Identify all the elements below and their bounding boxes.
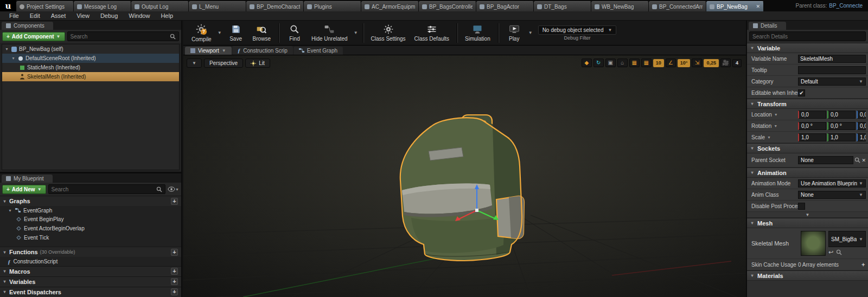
variable-section-header[interactable]: ▾Variable xyxy=(747,43,868,53)
caret-icon[interactable]: ▾ xyxy=(4,47,9,51)
macros-section-header[interactable]: ▾Macros+ xyxy=(0,266,181,276)
menu-view[interactable]: View xyxy=(72,12,94,20)
camera-speed-icon[interactable]: 🎥 xyxy=(720,59,731,67)
tab-viewport[interactable]: Viewport▼ xyxy=(185,47,232,55)
doc-tab-l-menu[interactable]: L_Menu xyxy=(189,1,246,11)
event-dispatchers-section-header[interactable]: ▾Event Dispatchers+ xyxy=(0,287,181,297)
transform-section-header[interactable]: ▾Transform xyxy=(747,99,868,109)
close-icon[interactable]: ✕ xyxy=(756,4,760,9)
browse-to-asset-button[interactable] xyxy=(836,249,842,255)
backpack-model[interactable] xyxy=(400,115,524,261)
visibility-filter-button[interactable]: ▼ xyxy=(168,186,179,192)
doc-tab-project-settings[interactable]: Project Settings xyxy=(16,1,74,11)
event-graph-row[interactable]: ▾ EventGraph xyxy=(0,206,181,215)
skeletal-mesh-asset-dropdown[interactable]: SM_BigBa▼ xyxy=(828,231,866,247)
rotation-snap-value[interactable]: 10° xyxy=(678,59,691,67)
camera-speed-value[interactable]: 4 xyxy=(732,59,742,67)
tab-construction-script[interactable]: ƒConstruction Scrip xyxy=(232,46,293,55)
materials-section-header[interactable]: ▾Materials xyxy=(747,270,868,281)
rotation-mode-icon[interactable]: ↻ xyxy=(593,59,604,67)
compile-options-dropdown[interactable]: ▼ xyxy=(216,30,223,35)
animation-mode-dropdown[interactable]: Use Animation Blueprint▼ xyxy=(798,179,866,188)
add-graph-button[interactable]: + xyxy=(171,198,178,205)
menu-edit[interactable]: Edit xyxy=(25,12,45,20)
doc-tab-wb-newbag[interactable]: WB_NewBag xyxy=(591,1,649,11)
disable-post-process-checkbox[interactable] xyxy=(798,203,805,210)
compile-button[interactable]: ? Compile xyxy=(188,22,215,44)
tree-row-bp-newbag-self[interactable]: ▾ BP_NewBag (self) xyxy=(2,44,179,54)
parent-class-link[interactable]: BP_Connecte xyxy=(829,3,863,9)
sockets-section-header[interactable]: ▾Sockets xyxy=(747,143,868,153)
rotation-x-input[interactable]: 0,0 ° xyxy=(798,122,826,130)
socket-search-button[interactable] xyxy=(854,157,860,163)
add-event-dispatcher-button[interactable]: + xyxy=(171,288,178,295)
use-selected-asset-button[interactable]: ↩ xyxy=(828,249,833,256)
menu-window[interactable]: Window xyxy=(124,12,155,20)
caret-icon[interactable]: ▾ xyxy=(8,208,12,213)
location-reset-dropdown[interactable]: ▾ xyxy=(774,112,778,117)
hide-unrelated-options-dropdown[interactable]: ▼ xyxy=(353,30,359,35)
class-defaults-button[interactable]: Class Defaults xyxy=(411,22,453,44)
category-dropdown[interactable]: Default▼ xyxy=(798,78,866,86)
variable-name-input[interactable] xyxy=(798,55,866,63)
parent-socket-value[interactable]: None xyxy=(798,156,853,164)
doc-tab-dt-bags[interactable]: DT_Bags xyxy=(534,1,591,11)
location-z-input[interactable]: 0,0 xyxy=(857,111,866,119)
event-actorbeginoverlap-row[interactable]: Event ActorBeginOverlap xyxy=(0,224,181,233)
construction-script-row[interactable]: ƒ ConstructionScript xyxy=(0,257,181,266)
location-y-input[interactable]: 0,0 xyxy=(827,111,856,119)
class-settings-button[interactable]: Class Settings xyxy=(367,22,410,44)
menu-debug[interactable]: Debug xyxy=(95,12,123,20)
hide-unrelated-button[interactable]: Hide Unrelated xyxy=(308,22,352,44)
scale-x-input[interactable]: 1,0 xyxy=(798,133,826,141)
lit-mode-button[interactable]: Lit xyxy=(245,59,270,68)
my-blueprint-search-input[interactable] xyxy=(52,186,155,192)
menu-asset[interactable]: Asset xyxy=(46,12,71,20)
simulation-button[interactable]: Simulation xyxy=(461,22,494,44)
debug-object-dropdown[interactable]: No debug object selected▼ xyxy=(538,25,617,35)
actor-pilot-icon[interactable]: ◆ xyxy=(582,59,592,67)
doc-tab-output-log[interactable]: Output Log xyxy=(131,1,189,11)
doc-tab-bp-democharacter[interactable]: BP_DemoCharacte xyxy=(246,1,304,11)
doc-tab-message-log[interactable]: Message Log xyxy=(74,1,131,11)
doc-tab-bp-bagactor[interactable]: BP_BagActor xyxy=(476,1,534,11)
viewport-options-button[interactable]: ▼ xyxy=(187,59,202,68)
add-component-button[interactable]: +Add Component▼ xyxy=(2,32,65,41)
animation-section-header[interactable]: ▾Animation xyxy=(747,167,868,178)
event-tick-row[interactable]: Event Tick xyxy=(0,233,181,242)
tree-row-defaultsceneroot[interactable]: ▾ DefaultSceneRoot (Inherited) xyxy=(2,54,179,63)
rotation-y-input[interactable]: 0,0 ° xyxy=(827,122,856,130)
tab-details[interactable]: Details xyxy=(749,22,786,30)
rotation-reset-dropdown[interactable]: ▾ xyxy=(773,124,778,128)
tab-event-graph[interactable]: Event Graph xyxy=(293,47,343,55)
viewport-3d[interactable]: ▼ Perspective Lit ◆ ↻ ▣ ⌂ ▦ ▦ 10 ∠ 10° ⇲… xyxy=(183,55,746,297)
doc-tab-ac-armorequipment[interactable]: AC_ArmorEquipm xyxy=(361,1,419,11)
functions-section-header[interactable]: ▾Functions(30 Overridable)+ xyxy=(0,247,181,257)
viewport-3d-canvas[interactable] xyxy=(183,55,746,297)
add-function-button[interactable]: + xyxy=(171,249,178,256)
scale-z-input[interactable]: 1,0 xyxy=(857,133,866,141)
rotation-z-input[interactable]: 0,0 ° xyxy=(857,122,866,130)
unreal-logo[interactable]: u xyxy=(0,0,16,11)
scale-snap-icon[interactable]: ⇲ xyxy=(692,59,702,67)
details-search-input[interactable] xyxy=(752,34,863,40)
add-macro-button[interactable]: + xyxy=(171,268,178,275)
animation-advanced-expander[interactable]: ▼ xyxy=(747,212,868,218)
anim-class-dropdown[interactable]: None▼ xyxy=(798,191,866,199)
socket-clear-button[interactable]: ✕ xyxy=(861,158,866,163)
play-options-dropdown[interactable]: ▼ xyxy=(527,30,534,35)
location-x-input[interactable]: 0,0 xyxy=(798,111,826,119)
find-button[interactable]: Find xyxy=(283,22,307,44)
scale-y-input[interactable]: 1,0 xyxy=(827,133,856,141)
event-beginplay-row[interactable]: Event BeginPlay xyxy=(0,215,181,224)
menu-file[interactable]: File xyxy=(4,12,24,20)
perspective-button[interactable]: Perspective xyxy=(204,59,243,68)
tab-components[interactable]: Components xyxy=(2,22,53,30)
grid-snap-icon[interactable]: ▦ xyxy=(641,59,652,67)
scale-snap-value[interactable]: 0,25 xyxy=(704,59,719,67)
add-array-element-button[interactable]: ＋ xyxy=(860,261,866,268)
tooltip-input[interactable] xyxy=(798,66,866,74)
editable-when-inherited-checkbox[interactable]: ✔ xyxy=(798,89,805,96)
rotation-snap-icon[interactable]: ∠ xyxy=(666,59,676,67)
skeletal-mesh-thumbnail[interactable] xyxy=(801,231,826,256)
